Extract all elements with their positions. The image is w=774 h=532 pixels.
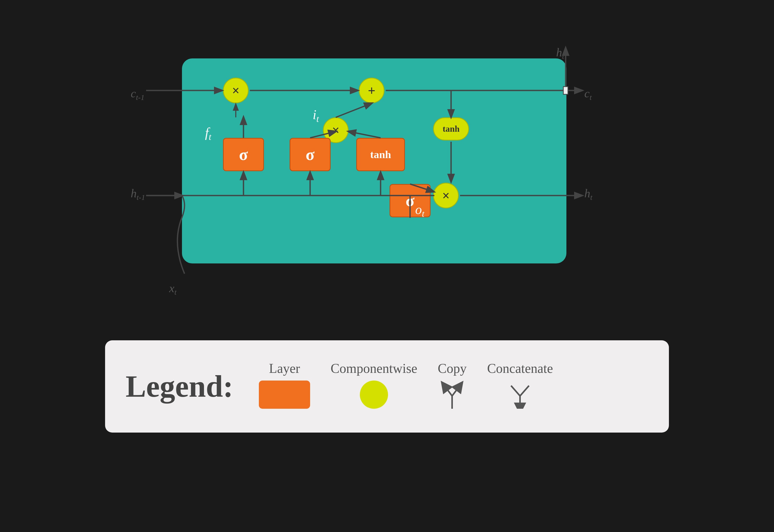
legend-concatenate-label: Concatenate — [487, 361, 553, 376]
plus-node: + — [359, 78, 384, 103]
ot-label: ot — [415, 202, 424, 219]
legend-items: Layer Componentwise Copy — [259, 361, 648, 412]
legend-layer-label: Layer — [269, 361, 300, 376]
legend-item-componentwise: Componentwise — [331, 361, 417, 409]
multiply-node-3-label: × — [442, 188, 450, 203]
ct-out-label: ct — [584, 87, 592, 102]
legend-componentwise-circle — [360, 381, 388, 409]
svg-line-23 — [444, 386, 452, 396]
legend-item-concatenate: Concatenate — [487, 361, 553, 412]
it-label: it — [313, 107, 319, 124]
legend-item-copy: Copy — [438, 361, 467, 412]
sigma-layer-2: σ — [290, 138, 331, 171]
sigma-layer-3-label: σ — [406, 191, 415, 210]
ht-out-label: ht — [584, 187, 592, 202]
svg-line-24 — [452, 386, 460, 396]
sigma-layer-1-label: σ — [239, 145, 248, 164]
tanh-layer-mid-label: tanh — [370, 148, 391, 161]
multiply-node-3: × — [433, 183, 459, 208]
plus-node-label: + — [368, 83, 375, 98]
ht-top-label: ht — [556, 46, 564, 61]
ct-1-label: ct-1 — [131, 87, 145, 102]
legend-concat-icon — [506, 381, 534, 412]
ht-1-label: ht-1 — [131, 187, 145, 202]
legend-title: Legend: — [126, 369, 233, 404]
multiply-node-1-label: × — [232, 83, 240, 98]
tanh-layer-mid: tanh — [356, 138, 405, 171]
ft-label: ft — [205, 125, 211, 142]
xt-label: xt — [169, 281, 177, 296]
legend-copy-icon — [439, 381, 465, 412]
legend-copy-label: Copy — [438, 361, 467, 376]
sigma-layer-2-label: σ — [306, 145, 315, 164]
diagram-area: × + × tanh × σ σ tanh σ ft it ot — [105, 38, 669, 320]
sigma-layer-1: σ — [223, 138, 264, 171]
legend-componentwise-label: Componentwise — [331, 361, 417, 376]
svg-line-25 — [511, 386, 520, 396]
svg-line-26 — [520, 386, 529, 396]
legend-layer-rect — [259, 381, 310, 409]
page-wrapper: × + × tanh × σ σ tanh σ ft it ot — [28, 23, 746, 509]
tanh-node-right-label: tanh — [443, 124, 460, 134]
multiply-node-1: × — [223, 78, 249, 103]
legend-item-layer: Layer — [259, 361, 310, 409]
tanh-node-right: tanh — [433, 117, 469, 140]
multiply-node-2-label: × — [332, 123, 340, 138]
legend-box: Legend: Layer Componentwise Copy — [105, 340, 669, 433]
